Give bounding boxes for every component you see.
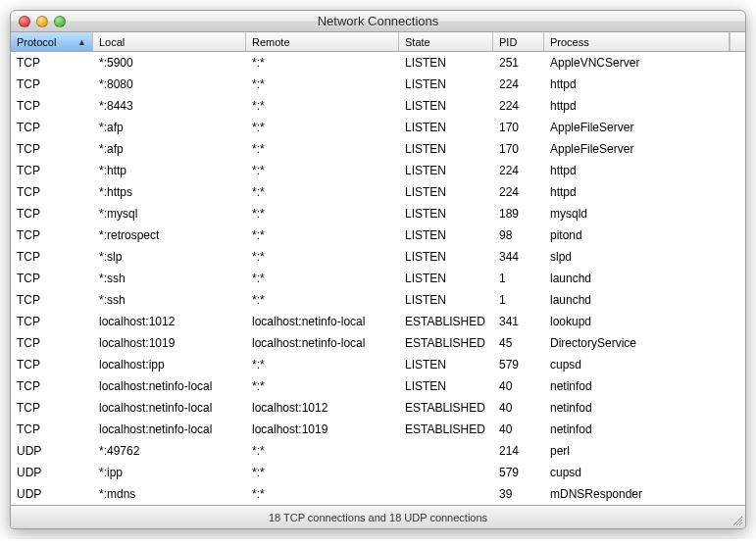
cell-protocol: TCP [11, 77, 93, 91]
table-header: Protocol ▲ Local Remote State PID Proces… [11, 32, 745, 52]
scrollbar-header-corner [730, 32, 745, 51]
cell-protocol: TCP [11, 185, 93, 199]
cell-state: LISTEN [399, 56, 493, 70]
table-row[interactable]: TCPlocalhost:netinfo-local*:*LISTEN40net… [11, 375, 745, 397]
cell-pid: 344 [493, 250, 544, 264]
cell-remote: *:* [246, 56, 399, 70]
cell-local: *:afp [93, 142, 246, 156]
cell-process: launchd [544, 272, 745, 285]
column-header-protocol[interactable]: Protocol ▲ [11, 32, 93, 51]
cell-remote: *:* [246, 99, 399, 113]
table-row[interactable]: TCP*:http*:*LISTEN224httpd [11, 160, 745, 181]
cell-process: netinfod [544, 401, 745, 415]
titlebar[interactable]: Network Connections [11, 11, 745, 32]
cell-local: *:retrospect [93, 228, 246, 242]
cell-protocol: TCP [11, 121, 93, 134]
traffic-lights [11, 16, 66, 27]
table-row[interactable]: TCP*:afp*:*LISTEN170AppleFileServer [11, 117, 745, 138]
table-row[interactable]: TCP*:ssh*:*LISTEN1launchd [11, 268, 745, 289]
cell-protocol: TCP [11, 272, 93, 285]
cell-remote: *:* [246, 142, 399, 156]
cell-state: LISTEN [399, 121, 493, 134]
table-row[interactable]: TCP*:8443*:*LISTEN224httpd [11, 95, 745, 117]
cell-protocol: TCP [11, 142, 93, 156]
table-row[interactable]: TCP*:afp*:*LISTEN170AppleFileServer [11, 138, 745, 160]
cell-local: *:8443 [93, 99, 246, 113]
column-header-label: Local [99, 36, 125, 48]
table-row[interactable]: TCPlocalhost:ipp*:*LISTEN579cupsd [11, 354, 745, 375]
cell-pid: 170 [493, 121, 544, 134]
table-row[interactable]: TCP*:ssh*:*LISTEN1launchd [11, 289, 745, 311]
cell-local: *:https [93, 185, 246, 199]
column-header-local[interactable]: Local [93, 32, 246, 51]
table-row[interactable]: TCP*:retrospect*:*LISTEN98pitond [11, 224, 745, 246]
cell-pid: 224 [493, 99, 544, 113]
cell-pid: 579 [493, 358, 544, 372]
cell-local: localhost:netinfo-local [93, 379, 246, 393]
table-row[interactable]: TCP*:slp*:*LISTEN344slpd [11, 246, 745, 268]
cell-protocol: UDP [11, 466, 93, 479]
cell-local: *:http [93, 164, 246, 177]
table-row[interactable]: TCPlocalhost:1019localhost:netinfo-local… [11, 332, 745, 354]
table-row[interactable]: UDP*:mdns*:*39mDNSResponder [11, 483, 745, 505]
cell-state: LISTEN [399, 99, 493, 113]
cell-pid: 189 [493, 207, 544, 221]
column-header-process[interactable]: Process [544, 32, 730, 51]
cell-remote: *:* [246, 77, 399, 91]
table-body[interactable]: TCP*:5900*:*LISTEN251AppleVNCServerTCP*:… [11, 52, 745, 505]
cell-state: LISTEN [399, 250, 493, 264]
cell-local: localhost:ipp [93, 358, 246, 372]
cell-local: *:ssh [93, 272, 246, 285]
cell-pid: 45 [493, 336, 544, 350]
cell-protocol: UDP [11, 487, 93, 501]
cell-state: LISTEN [399, 272, 493, 285]
cell-pid: 224 [493, 185, 544, 199]
table-row[interactable]: TCPlocalhost:netinfo-locallocalhost:1019… [11, 419, 745, 440]
cell-process: AppleVNCServer [544, 56, 745, 70]
close-button[interactable] [19, 16, 30, 27]
cell-process: DirectoryService [544, 336, 745, 350]
cell-state: ESTABLISHED [399, 401, 493, 415]
table-row[interactable]: TCP*:5900*:*LISTEN251AppleVNCServer [11, 52, 745, 74]
cell-process: AppleFileServer [544, 142, 745, 156]
cell-pid: 98 [493, 228, 544, 242]
cell-pid: 224 [493, 164, 544, 177]
table-row[interactable]: UDP*:49762*:*214perl [11, 440, 745, 462]
table-row[interactable]: TCP*:8080*:*LISTEN224httpd [11, 74, 745, 95]
table-row[interactable]: TCP*:https*:*LISTEN224httpd [11, 181, 745, 203]
table-row[interactable]: TCPlocalhost:netinfo-locallocalhost:1012… [11, 397, 745, 419]
cell-process: httpd [544, 164, 745, 177]
cell-state: LISTEN [399, 379, 493, 393]
cell-process: pitond [544, 228, 745, 242]
cell-process: slpd [544, 250, 745, 264]
cell-local: *:ssh [93, 293, 246, 307]
minimize-button[interactable] [36, 16, 48, 27]
column-header-label: State [405, 36, 430, 48]
zoom-button[interactable] [54, 16, 66, 27]
cell-protocol: TCP [11, 228, 93, 242]
cell-state: LISTEN [399, 207, 493, 221]
cell-process: httpd [544, 77, 745, 91]
cell-process: httpd [544, 185, 745, 199]
cell-pid: 40 [493, 379, 544, 393]
cell-pid: 341 [493, 315, 544, 328]
cell-pid: 251 [493, 56, 544, 70]
cell-pid: 170 [493, 142, 544, 156]
table-row[interactable]: TCP*:mysql*:*LISTEN189mysqld [11, 203, 745, 224]
table-row[interactable]: UDP*:ipp*:*579cupsd [11, 462, 745, 483]
cell-remote: *:* [246, 185, 399, 199]
column-header-remote[interactable]: Remote [246, 32, 399, 51]
cell-state: LISTEN [399, 185, 493, 199]
column-header-pid[interactable]: PID [493, 32, 544, 51]
cell-remote: *:* [246, 444, 399, 458]
resize-grip[interactable] [731, 514, 743, 526]
cell-protocol: TCP [11, 164, 93, 177]
cell-state: LISTEN [399, 77, 493, 91]
cell-local: localhost:1019 [93, 336, 246, 350]
column-header-state[interactable]: State [399, 32, 493, 51]
cell-pid: 39 [493, 487, 544, 501]
cell-pid: 1 [493, 293, 544, 307]
cell-state: LISTEN [399, 164, 493, 177]
table-row[interactable]: TCPlocalhost:1012localhost:netinfo-local… [11, 311, 745, 332]
cell-pid: 224 [493, 77, 544, 91]
